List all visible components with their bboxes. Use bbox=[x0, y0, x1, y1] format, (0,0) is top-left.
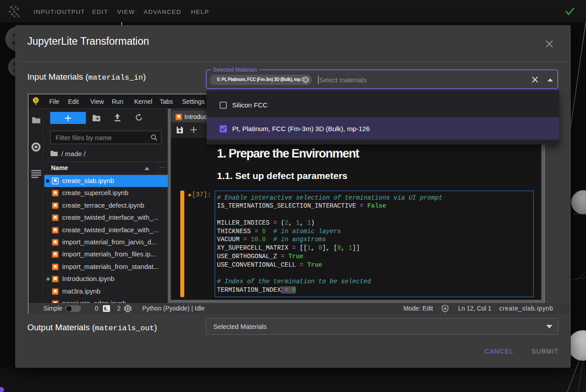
svg-text:$_: $_ bbox=[104, 307, 110, 311]
